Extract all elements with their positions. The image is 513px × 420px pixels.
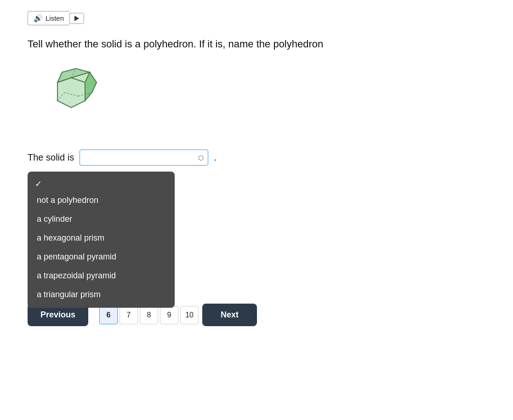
next-button[interactable]: Next — [202, 304, 257, 326]
page-10[interactable]: 10 — [180, 306, 199, 324]
solid-dropdown[interactable]: not a polyhedron a cylinder a hexagonal … — [80, 150, 208, 166]
page-7[interactable]: 7 — [120, 306, 138, 324]
play-icon — [74, 16, 79, 21]
page-8[interactable]: 8 — [140, 306, 158, 324]
menu-item-3[interactable]: a hexagonal prism — [28, 229, 175, 247]
page-9[interactable]: 9 — [160, 306, 178, 324]
svg-marker-0 — [74, 16, 79, 21]
menu-item-6[interactable]: a triangular prism — [28, 285, 175, 304]
svg-marker-2 — [57, 78, 85, 108]
shape-area — [32, 64, 485, 135]
dropdown-wrapper: not a polyhedron a cylinder a hexagonal … — [80, 150, 208, 166]
listen-button[interactable]: 🔊 Listen — [28, 11, 69, 25]
period: . — [214, 152, 217, 163]
check-mark: ✓ — [28, 175, 175, 191]
page-6[interactable]: 6 — [99, 306, 118, 324]
menu-item-5[interactable]: a trapezoidal pyramid — [28, 266, 175, 285]
page-container: 🔊 Listen Tell whether the solid is a pol… — [0, 0, 513, 420]
menu-item-1[interactable]: not a polyhedron — [28, 191, 175, 210]
hexagonal-prism-svg — [32, 64, 106, 133]
speaker-icon: 🔊 — [34, 14, 43, 23]
question-text: Tell whether the solid is a polyhedron. … — [28, 38, 485, 50]
menu-item-2[interactable]: a cylinder — [28, 210, 175, 229]
listen-label: Listen — [46, 14, 64, 22]
menu-item-4[interactable]: a pentagonal pyramid — [28, 247, 175, 266]
page-numbers: 6 7 8 9 10 — [99, 306, 199, 324]
dropdown-menu: ✓ not a polyhedron a cylinder a hexagona… — [28, 172, 175, 308]
solid-label: The solid is — [28, 152, 74, 163]
solid-row: The solid is not a polyhedron a cylinder… — [28, 150, 485, 166]
listen-bar: 🔊 Listen — [28, 11, 485, 25]
play-button[interactable] — [69, 13, 84, 24]
